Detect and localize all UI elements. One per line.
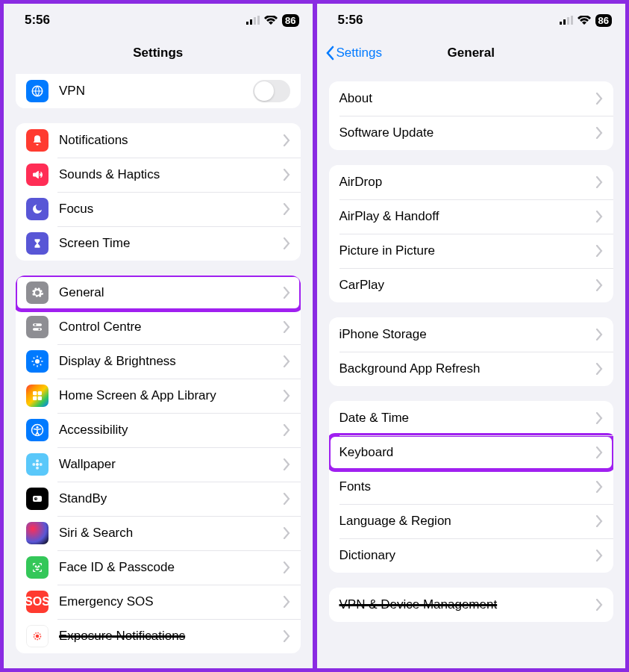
row-label: Accessibility (59, 423, 283, 438)
row-label: About (339, 91, 596, 106)
chevron-right-icon (595, 279, 603, 291)
svg-point-28 (40, 463, 43, 466)
svg-point-27 (32, 463, 35, 466)
row-label: CarPlay (339, 278, 596, 293)
row-airdrop[interactable]: AirDrop (329, 165, 614, 199)
svg-rect-3 (257, 16, 260, 25)
general-scroll[interactable]: About Software Update AirDrop AirPlay & … (317, 69, 626, 668)
row-label: Notifications (59, 133, 283, 148)
row-notifications[interactable]: Notifications (16, 123, 301, 158)
svg-point-24 (36, 463, 39, 466)
svg-point-34 (36, 635, 40, 638)
moon-icon (26, 198, 48, 220)
row-faceid[interactable]: Face ID & Passcode (16, 550, 301, 585)
svg-rect-6 (33, 328, 42, 330)
svg-point-31 (35, 566, 36, 567)
row-controlcentre[interactable]: Control Centre (16, 310, 301, 344)
page-title: General (448, 46, 495, 60)
chevron-right-icon (595, 447, 603, 458)
row-standby[interactable]: StandBy (16, 482, 301, 516)
row-label: StandBy (59, 491, 283, 506)
row-sounds[interactable]: Sounds & Haptics (16, 158, 301, 192)
row-homescreen[interactable]: Home Screen & App Library (16, 379, 301, 413)
svg-line-14 (34, 358, 35, 359)
chevron-right-icon (283, 134, 290, 146)
svg-rect-18 (33, 391, 37, 395)
row-label: AirDrop (339, 175, 596, 190)
svg-point-9 (35, 359, 40, 364)
status-bar: 5:56 86 (317, 4, 626, 37)
signal-icon (246, 16, 260, 25)
gear-icon (26, 281, 48, 304)
svg-rect-1 (250, 19, 252, 25)
hourglass-icon (26, 232, 48, 255)
row-dictionary[interactable]: Dictionary (329, 538, 614, 573)
row-general[interactable]: General (16, 276, 301, 310)
grid-icon (26, 385, 48, 407)
row-label: iPhone Storage (339, 327, 596, 342)
chevron-right-icon (595, 176, 603, 188)
signal-icon (560, 16, 573, 25)
row-wallpaper[interactable]: Wallpaper (16, 447, 301, 482)
row-iphone-storage[interactable]: iPhone Storage (329, 317, 614, 352)
row-pip[interactable]: Picture in Picture (329, 234, 614, 268)
row-exposure[interactable]: Exposure Notifications (16, 619, 301, 653)
back-button[interactable]: Settings (325, 46, 382, 60)
wifi-icon (578, 16, 591, 25)
row-screentime[interactable]: Screen Time (16, 226, 301, 261)
clock-icon (26, 488, 48, 510)
chevron-right-icon (283, 390, 290, 402)
row-airplay[interactable]: AirPlay & Handoff (329, 199, 614, 234)
svg-rect-35 (560, 22, 562, 25)
chevron-right-icon (595, 599, 603, 611)
chevron-right-icon (595, 93, 603, 105)
row-label: Face ID & Passcode (59, 560, 283, 575)
row-bg-refresh[interactable]: Background App Refresh (329, 352, 614, 386)
row-accessibility[interactable]: Accessibility (16, 413, 301, 447)
navbar-general: Settings General (317, 37, 626, 69)
row-focus[interactable]: Focus (16, 192, 301, 226)
row-software-update[interactable]: Software Update (329, 116, 614, 150)
row-display[interactable]: Display & Brightness (16, 344, 301, 379)
row-fonts[interactable]: Fonts (329, 470, 614, 504)
battery-icon: 86 (595, 14, 612, 27)
row-label: Siri & Search (59, 526, 283, 541)
svg-point-8 (38, 329, 40, 331)
svg-rect-19 (38, 391, 42, 395)
svg-point-25 (36, 459, 39, 462)
row-siri[interactable]: Siri & Search (16, 516, 301, 550)
row-vpn[interactable]: VPN (16, 74, 301, 108)
row-datetime[interactable]: Date & Time (329, 401, 614, 435)
row-label: Emergency SOS (59, 594, 283, 609)
siri-icon (26, 522, 48, 544)
chevron-right-icon (595, 481, 603, 493)
svg-point-32 (38, 566, 39, 567)
status-bar: 5:56 86 (4, 4, 313, 37)
page-title: Settings (133, 46, 183, 60)
svg-rect-21 (38, 396, 42, 400)
phone-general: 5:56 86 Settings General About (315, 0, 630, 672)
status-time: 5:56 (25, 13, 50, 28)
svg-rect-2 (254, 17, 256, 25)
row-vpn-mgmt[interactable]: VPN & Device Management (329, 588, 614, 622)
row-label: Software Update (339, 125, 596, 140)
vpn-toggle[interactable] (253, 80, 290, 102)
row-about[interactable]: About (329, 81, 614, 116)
svg-line-17 (40, 358, 42, 359)
svg-point-23 (37, 426, 39, 429)
row-label: Exposure Notifications (59, 629, 283, 644)
chevron-right-icon (283, 355, 290, 367)
chevron-right-icon (283, 527, 290, 539)
chevron-right-icon (595, 550, 603, 561)
row-carplay[interactable]: CarPlay (329, 268, 614, 302)
chevron-right-icon (283, 287, 290, 299)
row-keyboard[interactable]: Keyboard (329, 435, 614, 470)
exposure-icon (26, 625, 48, 647)
row-sos[interactable]: SOS Emergency SOS (16, 585, 301, 619)
row-label: Background App Refresh (339, 361, 596, 376)
svg-line-16 (34, 364, 35, 366)
row-language[interactable]: Language & Region (329, 504, 614, 538)
wifi-icon (264, 16, 278, 25)
settings-scroll[interactable]: VPN Notifications Sounds & Haptics (4, 69, 313, 668)
flower-icon (26, 453, 48, 476)
